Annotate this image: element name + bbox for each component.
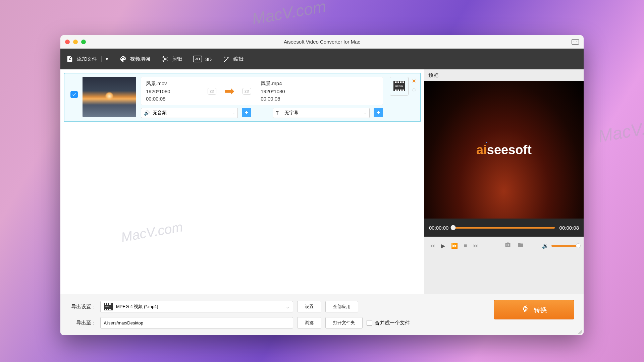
current-time: 00:00:00 (429, 225, 448, 231)
profile-label: 导出设置： (68, 304, 96, 310)
file-list: 风景.mov 644*362 00:00:08 2D ➡ 2D 风景.mp4… (60, 69, 424, 294)
brand-logo: aiseesoft (476, 143, 532, 157)
subtitle-select[interactable]: T 无字幕 ⌄ (273, 108, 370, 118)
chevron-down-icon: ⌄ (232, 111, 235, 115)
cut-button[interactable]: 剪辑 (161, 55, 182, 63)
zoom-button[interactable] (81, 40, 86, 44)
preview-panel: 预览 aiseesoft 00:00:00 00:00:08 ⏮ ▶ ⏩ ■ ⏭ (424, 69, 584, 294)
add-file-dropdown[interactable]: ▾ (101, 56, 108, 62)
chevron-down-icon: ⌄ (286, 304, 289, 309)
edit-button[interactable]: 编辑 (222, 55, 244, 63)
window-controls (65, 40, 86, 44)
content-area: 风景.mov 644*362 00:00:08 2D ➡ 2D 风景.mp4… (60, 69, 584, 294)
app-window: Aiseesoft Video Converter for Mac ··· 添加… (60, 35, 584, 335)
destination-value: /Users/mac/Desktop (104, 320, 289, 325)
threeD-icon: 3D (193, 56, 202, 62)
conversion-info: 风景.mov 644*362 00:00:08 2D ➡ 2D 风景.mp4… (141, 77, 383, 105)
move-down-button[interactable]: ﹀ (412, 90, 416, 93)
merge-checkbox[interactable] (367, 320, 372, 326)
stop-button[interactable]: ■ (464, 243, 467, 249)
target-resolution: 644*362 (261, 88, 318, 94)
destination-label: 导出至： (68, 320, 96, 326)
refresh-icon (521, 304, 530, 315)
seek-slider[interactable] (453, 227, 554, 229)
threeD-button[interactable]: 3D 3D (193, 56, 212, 62)
open-folder-button[interactable]: 打开文件夹 (325, 317, 363, 328)
snapshot-button[interactable] (504, 242, 511, 249)
source-resolution: 644*362 (146, 88, 203, 94)
enhance-button[interactable]: 视频增强 (119, 55, 150, 63)
film-icon: MPEG (104, 303, 113, 310)
volume-icon[interactable]: 🔉 (542, 243, 549, 249)
titlebar: Aiseesoft Video Converter for Mac ··· (60, 35, 584, 49)
palette-icon (119, 55, 127, 63)
audio-select[interactable]: 🔊 无音频 ⌄ (141, 108, 238, 118)
open-folder-button[interactable] (517, 242, 524, 249)
destination-input[interactable]: /Users/mac/Desktop (100, 317, 293, 328)
minimize-button[interactable] (73, 40, 78, 44)
prev-button[interactable]: ⏮ (430, 243, 435, 249)
video-thumbnail (83, 77, 136, 117)
subtitle-value: 无字幕 (284, 110, 361, 116)
scissors-icon (161, 55, 169, 63)
profile-value: MPEG-4 视频 (*.mp4) (116, 304, 282, 310)
item-checkbox[interactable] (70, 91, 78, 98)
target-filename: 风景.mp4 (261, 80, 318, 87)
threeD-label: 3D (205, 56, 212, 62)
preview-title: 预览 (424, 69, 584, 81)
enhance-label: 视频增强 (130, 56, 150, 62)
player-controls: ⏮ ▶ ⏩ ■ ⏭ 🔉 (424, 237, 584, 255)
cut-label: 剪辑 (172, 56, 182, 62)
speaker-icon: 🔊 (144, 110, 150, 116)
more-menu-button[interactable]: ··· (572, 39, 579, 45)
main-toolbar: 添加文件 ▾ 视频增强 剪辑 3D 3D 编辑 (60, 49, 584, 69)
source-duration: 00:00:08 (146, 96, 203, 102)
resize-grip[interactable] (578, 329, 582, 334)
preview-video: aiseesoft (424, 81, 584, 219)
source-filename: 风景.mov (146, 80, 203, 87)
add-subtitle-button[interactable]: + (374, 108, 383, 117)
browse-button[interactable]: 浏览 (297, 317, 321, 328)
volume-slider[interactable] (551, 245, 578, 247)
time-bar: 00:00:00 00:00:08 (424, 219, 584, 237)
play-button[interactable]: ▶ (441, 243, 445, 249)
total-time: 00:00:08 (559, 225, 579, 231)
settings-button[interactable]: 设置 (297, 301, 321, 312)
arrow-right-icon: ➡ (224, 84, 234, 98)
audio-value: 无音频 (153, 110, 229, 116)
add-file-button[interactable]: 添加文件 ▾ (66, 55, 108, 63)
list-item[interactable]: 风景.mov 644*362 00:00:08 2D ➡ 2D 风景.mp4… (64, 73, 421, 122)
source-dim-badge: 2D (208, 88, 216, 95)
add-audio-button[interactable]: + (242, 108, 251, 117)
next-button[interactable]: ⏭ (473, 243, 479, 249)
film-icon: MPEG4 (393, 81, 405, 91)
convert-label: 转换 (534, 305, 547, 314)
close-button[interactable] (65, 40, 70, 44)
window-title: Aiseesoft Video Converter for Mac (284, 39, 360, 45)
fast-forward-button[interactable]: ⏩ (451, 243, 458, 249)
watermark: MacV.co (596, 115, 644, 146)
remove-item-button[interactable]: ✕ (412, 78, 416, 84)
profile-select[interactable]: MPEG MPEG-4 视频 (*.mp4) ⌄ (100, 301, 293, 312)
wand-icon (222, 55, 230, 63)
apply-all-button[interactable]: 全部应用 (325, 301, 358, 312)
text-icon: T (276, 110, 282, 116)
add-file-icon (66, 55, 74, 63)
target-duration: 00:00:08 (261, 96, 318, 102)
watermark: MacV.com (251, 0, 327, 28)
footer-bar: 导出设置： MPEG MPEG-4 视频 (*.mp4) ⌄ 设置 全部应用 导… (60, 294, 584, 335)
convert-button[interactable]: 转换 (494, 300, 574, 319)
chevron-down-icon: ⌄ (364, 111, 367, 115)
add-file-label: 添加文件 (77, 56, 97, 62)
edit-label: 编辑 (233, 56, 244, 62)
merge-label: 合并成一个文件 (375, 320, 410, 326)
output-format-button[interactable]: MPEG4 (390, 77, 409, 96)
target-dim-badge: 2D (243, 88, 251, 95)
